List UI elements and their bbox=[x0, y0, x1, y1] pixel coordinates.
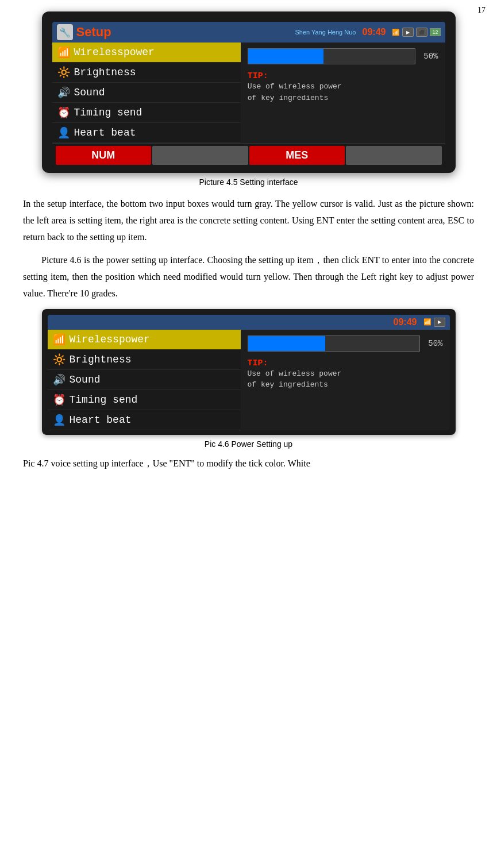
menu-item-timingsend[interactable]: ⏰ Timing send bbox=[52, 103, 241, 123]
caption1: Picture 4.5 Setting interface bbox=[23, 178, 474, 187]
heartbeat-icon: 👤 bbox=[57, 126, 71, 139]
heartbeat2-icon: 👤 bbox=[52, 414, 66, 426]
setup-icon: 🔧 bbox=[57, 24, 73, 40]
brightness-icon: 🔆 bbox=[57, 66, 71, 79]
status-icon2: ⬛ bbox=[416, 28, 427, 37]
screen-right1: 50% TIP: Use of wireless powerof key ing… bbox=[241, 43, 445, 143]
tip-section2: TIP: Use of wireless powerof key ingredi… bbox=[248, 358, 443, 391]
brightness-label: Brightness bbox=[74, 67, 136, 78]
topbar2-right: 09:49 📶 ▶ bbox=[394, 317, 445, 327]
mes-button[interactable]: MES bbox=[249, 146, 345, 165]
time-display: 09:49 bbox=[363, 27, 386, 37]
battery-display: 12 bbox=[430, 28, 440, 36]
sound2-label: Sound bbox=[70, 374, 101, 385]
time-display2: 09:49 bbox=[394, 317, 417, 327]
sound2-icon: 🔊 bbox=[52, 373, 66, 386]
tip-text2: Use of wireless powerof key ingredients bbox=[248, 368, 443, 391]
menu-item-sound[interactable]: 🔊 Sound bbox=[52, 83, 241, 103]
wirelesspower-icon: 📶 bbox=[57, 46, 71, 59]
menu-item-wirelesspower[interactable]: 📶 Wirelesspower bbox=[52, 43, 241, 63]
heartbeat-label: Heart beat bbox=[74, 127, 136, 138]
menu2-item-wirelesspower[interactable]: 📶 Wirelesspower bbox=[48, 330, 241, 350]
topbar-right: Shen Yang Heng Nuo 09:49 📶 ▶ ⬛ 12 bbox=[295, 27, 440, 37]
topbar2-placeholder bbox=[52, 318, 61, 326]
screen-body2: 📶 Wirelesspower 🔆 Brightness 🔊 Sound ⏰ T… bbox=[48, 330, 450, 430]
bottom-btn-empty2 bbox=[346, 146, 442, 165]
slider-bar[interactable] bbox=[248, 48, 415, 64]
topbar2-left bbox=[52, 318, 61, 326]
menu2-item-heartbeat[interactable]: 👤 Heart beat bbox=[48, 410, 241, 430]
sound-icon: 🔊 bbox=[57, 86, 71, 99]
slider-percent: 50% bbox=[423, 52, 438, 61]
tip-label: TIP: bbox=[248, 71, 438, 81]
wifi-icon: 📶 bbox=[392, 29, 400, 36]
status-icon3: ▶ bbox=[434, 318, 445, 327]
screenshot1-device: 🔧 Setup Shen Yang Heng Nuo 09:49 📶 ▶ ⬛ 1… bbox=[42, 11, 456, 173]
bottom-btn-empty1 bbox=[152, 146, 248, 165]
timingsend2-icon: ⏰ bbox=[52, 394, 66, 406]
tip-section: TIP: Use of wireless powerof key ingredi… bbox=[248, 71, 438, 103]
caption2: Pic 4.6 Power Setting up bbox=[23, 439, 474, 449]
slider-percent2: 50% bbox=[428, 339, 442, 348]
screen-menu1: 📶 Wirelesspower 🔆 Brightness 🔊 Sound ⏰ T… bbox=[52, 43, 241, 143]
brightness2-label: Brightness bbox=[70, 354, 132, 365]
menu-item-heartbeat[interactable]: 👤 Heart beat bbox=[52, 123, 241, 143]
screen-topbar2: 09:49 📶 ▶ bbox=[48, 315, 450, 330]
status-icon1: ▶ bbox=[402, 28, 414, 37]
setup-title: Setup bbox=[76, 25, 111, 40]
screen-topbar1: 🔧 Setup Shen Yang Heng Nuo 09:49 📶 ▶ ⬛ 1… bbox=[52, 22, 445, 43]
screen-bottombar1: NUM MES bbox=[52, 143, 445, 167]
paragraph1: In the setup interface, the bottom two i… bbox=[23, 196, 474, 245]
screenshot2-device: 09:49 📶 ▶ 📶 Wirelesspower 🔆 Brightness 🔊 bbox=[42, 309, 456, 435]
sound-label: Sound bbox=[74, 87, 105, 98]
brand-text: Shen Yang Heng Nuo bbox=[295, 29, 356, 36]
timingsend2-label: Timing send bbox=[70, 394, 138, 406]
topbar-left: 🔧 Setup bbox=[57, 24, 111, 40]
device-screen2: 09:49 📶 ▶ 📶 Wirelesspower 🔆 Brightness 🔊 bbox=[48, 315, 450, 430]
wifi-icon2: 📶 bbox=[423, 318, 431, 326]
slider-bar2[interactable] bbox=[248, 335, 421, 352]
tip-text: Use of wireless powerof key ingredients bbox=[248, 81, 438, 103]
slider-fill2 bbox=[248, 336, 325, 351]
menu2-item-sound[interactable]: 🔊 Sound bbox=[48, 370, 241, 390]
screen-menu2: 📶 Wirelesspower 🔆 Brightness 🔊 Sound ⏰ T… bbox=[48, 330, 241, 430]
heartbeat2-label: Heart beat bbox=[70, 414, 132, 426]
screen-right2: 50% TIP: Use of wireless powerof key ing… bbox=[241, 330, 450, 430]
timingsend-icon: ⏰ bbox=[57, 106, 71, 119]
slider-row: 50% bbox=[248, 48, 438, 64]
wirelesspower2-label: Wirelesspower bbox=[70, 334, 150, 345]
screen-body1: 📶 Wirelesspower 🔆 Brightness 🔊 Sound ⏰ T… bbox=[52, 43, 445, 143]
slider-row2: 50% bbox=[248, 335, 443, 352]
slider-fill bbox=[248, 49, 323, 64]
menu2-item-timingsend[interactable]: ⏰ Timing send bbox=[48, 390, 241, 410]
wirelesspower-label: Wirelesspower bbox=[74, 47, 155, 58]
brightness2-icon: 🔆 bbox=[52, 353, 66, 366]
page-number: 17 bbox=[477, 6, 486, 15]
menu2-item-brightness[interactable]: 🔆 Brightness bbox=[48, 350, 241, 370]
wirelesspower2-icon: 📶 bbox=[52, 333, 66, 346]
last-paragraph: Pic 4.7 voice setting up interface，Use "… bbox=[23, 456, 474, 472]
num-button[interactable]: NUM bbox=[56, 146, 152, 165]
paragraph2: Picture 4.6 is the power setting up inte… bbox=[23, 252, 474, 302]
tip-label2: TIP: bbox=[248, 358, 443, 368]
timingsend-label: Timing send bbox=[74, 107, 142, 118]
device-screen1: 🔧 Setup Shen Yang Heng Nuo 09:49 📶 ▶ ⬛ 1… bbox=[52, 22, 445, 167]
menu-item-brightness[interactable]: 🔆 Brightness bbox=[52, 63, 241, 83]
